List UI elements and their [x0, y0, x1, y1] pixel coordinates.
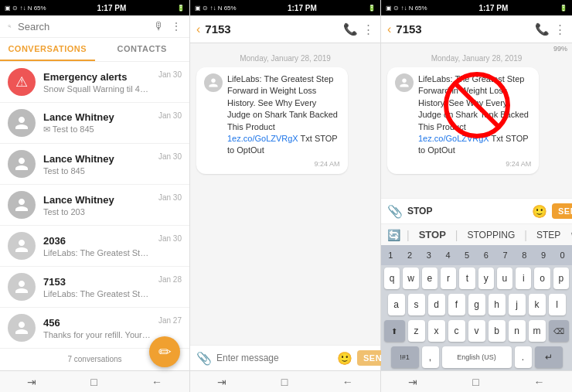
- key-u[interactable]: u: [497, 268, 512, 289]
- key-s[interactable]: s: [408, 294, 425, 315]
- nav-back-icon-2[interactable]: ←: [342, 376, 353, 388]
- key-o[interactable]: o: [534, 268, 550, 289]
- key-e[interactable]: e: [422, 268, 438, 289]
- attach-icon-2[interactable]: 📎: [196, 351, 212, 366]
- key-k[interactable]: k: [529, 294, 546, 315]
- key-g[interactable]: g: [468, 294, 485, 315]
- emoji-icon-3[interactable]: 🙂: [532, 204, 547, 219]
- conv-item-7153[interactable]: 7153 LifeLabs: The Greatest Step F... Ja…: [0, 267, 189, 308]
- key-d[interactable]: d: [428, 294, 445, 315]
- key-r[interactable]: r: [441, 268, 456, 289]
- key-v[interactable]: v: [468, 320, 485, 342]
- back-button-2[interactable]: ‹: [196, 22, 200, 36]
- key-period[interactable]: .: [515, 346, 532, 368]
- key-f[interactable]: f: [448, 294, 465, 315]
- conv-name-2036: 2036: [43, 235, 151, 247]
- key-special-chars[interactable]: !#1: [391, 346, 419, 368]
- msg-person-icon-3: [399, 77, 410, 88]
- key-0[interactable]: 0: [553, 247, 572, 264]
- key-4[interactable]: 4: [438, 247, 458, 264]
- phone-icon-3[interactable]: 📞: [535, 22, 550, 36]
- key-b[interactable]: b: [489, 320, 506, 342]
- conv-date-emergency: Jan 30: [158, 70, 182, 79]
- key-space[interactable]: English (US): [442, 346, 512, 368]
- key-n[interactable]: n: [509, 320, 526, 342]
- nav-back-icon[interactable]: ←: [152, 376, 162, 388]
- person-icon-6: [14, 320, 29, 336]
- nav-home-icon-3[interactable]: □: [472, 376, 478, 388]
- nav-home-icon-2[interactable]: □: [281, 376, 288, 388]
- tab-conversations[interactable]: CONVERSATIONS: [0, 38, 95, 61]
- autocomplete-word-stop[interactable]: STOP: [413, 227, 452, 242]
- nav-recent-icon[interactable]: ⇥: [27, 376, 36, 388]
- person-icon-3: [14, 197, 29, 213]
- key-enter[interactable]: ↵: [535, 346, 563, 368]
- msg-text-3: LifeLabs: The Greatest Step Forward in W…: [418, 73, 531, 157]
- tab-contacts[interactable]: CONTACTS: [95, 38, 190, 61]
- key-shift[interactable]: ⬆: [384, 320, 405, 342]
- key-p[interactable]: p: [553, 268, 569, 289]
- key-w[interactable]: w: [403, 268, 418, 289]
- key-a[interactable]: a: [388, 294, 405, 315]
- conv-item-lance1[interactable]: Lance Whitney ✉ Test to 845 Jan 30: [0, 103, 189, 144]
- emoji-icon-2[interactable]: 🙂: [337, 351, 352, 366]
- nav-home-icon[interactable]: □: [90, 376, 97, 388]
- chat-input-3[interactable]: [407, 206, 527, 216]
- conv-preview-lance2: Test to 845: [43, 166, 151, 176]
- key-3[interactable]: 3: [419, 247, 438, 264]
- avatar-2036: [8, 232, 36, 260]
- nav-recent-icon-3[interactable]: ⇥: [408, 376, 417, 388]
- key-l[interactable]: l: [549, 294, 566, 315]
- compose-fab[interactable]: ✏: [149, 336, 180, 367]
- key-2[interactable]: 2: [400, 247, 420, 264]
- send-button-3[interactable]: SEND: [552, 203, 572, 219]
- key-c[interactable]: c: [448, 320, 465, 342]
- msg-link-3[interactable]: 1ez.co/GoLZVRgX: [418, 134, 489, 143]
- bottom-nav-3: ⇥ □ ←: [381, 370, 572, 392]
- key-j[interactable]: j: [509, 294, 526, 315]
- key-6[interactable]: 6: [477, 247, 496, 264]
- conv-item-emergency[interactable]: ⚠ Emergency alerts Snow Squall Warning t…: [0, 62, 189, 103]
- phone-icon-2[interactable]: 📞: [343, 22, 358, 36]
- autocomplete-word-stopping[interactable]: STOPPING: [461, 228, 521, 242]
- status-bar-3: ▣ ⊙ ↑↓ N 65% 1:17 PM 🔋: [381, 0, 572, 15]
- conv-info-7153: 7153 LifeLabs: The Greatest Step F...: [43, 276, 151, 298]
- key-y[interactable]: y: [478, 268, 494, 289]
- key-7[interactable]: 7: [495, 247, 515, 264]
- attach-icon-3[interactable]: 📎: [387, 204, 403, 219]
- status-time-2: 1:17 PM: [288, 4, 317, 12]
- key-9[interactable]: 9: [534, 247, 553, 264]
- autocomplete-word-step[interactable]: STEP: [530, 228, 567, 242]
- conv-item-lance3[interactable]: Lance Whitney Test to 203 Jan 30: [0, 185, 189, 226]
- conv-item-lance2[interactable]: Lance Whitney Test to 845 Jan 30: [0, 144, 189, 185]
- chat-input-2[interactable]: [216, 353, 332, 363]
- key-q[interactable]: q: [384, 268, 400, 289]
- key-1[interactable]: 1: [381, 247, 400, 264]
- msg-link-2[interactable]: 1ez.co/GoLZVRgX: [227, 134, 298, 143]
- conv-name-456: 456: [43, 317, 151, 329]
- nav-recent-icon-2[interactable]: ⇥: [217, 376, 226, 388]
- more-icon-3[interactable]: ⋮: [554, 22, 566, 36]
- key-i[interactable]: i: [516, 268, 531, 289]
- more-icon-2[interactable]: ⋮: [363, 22, 374, 36]
- conv-preview-2036: LifeLabs: The Greatest Step F...: [43, 248, 151, 257]
- key-h[interactable]: h: [489, 294, 506, 315]
- conv-item-2036[interactable]: 2036 LifeLabs: The Greatest Step F... Ja…: [0, 226, 189, 267]
- message-bubble-2: LifeLabs: The Greatest Step Forward in W…: [196, 67, 348, 174]
- person-icon-1: [14, 115, 29, 131]
- back-button-3[interactable]: ‹: [387, 22, 391, 36]
- key-8[interactable]: 8: [515, 247, 534, 264]
- key-z[interactable]: z: [408, 320, 425, 342]
- mic-icon[interactable]: 🎙: [154, 20, 165, 32]
- nav-back-icon-3[interactable]: ←: [534, 376, 545, 388]
- status-battery-3: 🔋: [560, 5, 567, 12]
- more-icon[interactable]: ⋮: [171, 20, 182, 32]
- status-time-1: 1:17 PM: [97, 4, 126, 12]
- key-x[interactable]: x: [428, 320, 445, 342]
- key-t[interactable]: t: [459, 268, 475, 289]
- key-comma[interactable]: ,: [422, 346, 439, 368]
- key-5[interactable]: 5: [458, 247, 477, 264]
- key-m[interactable]: m: [529, 320, 546, 342]
- key-delete[interactable]: ⌫: [549, 320, 570, 342]
- search-input[interactable]: [18, 21, 148, 32]
